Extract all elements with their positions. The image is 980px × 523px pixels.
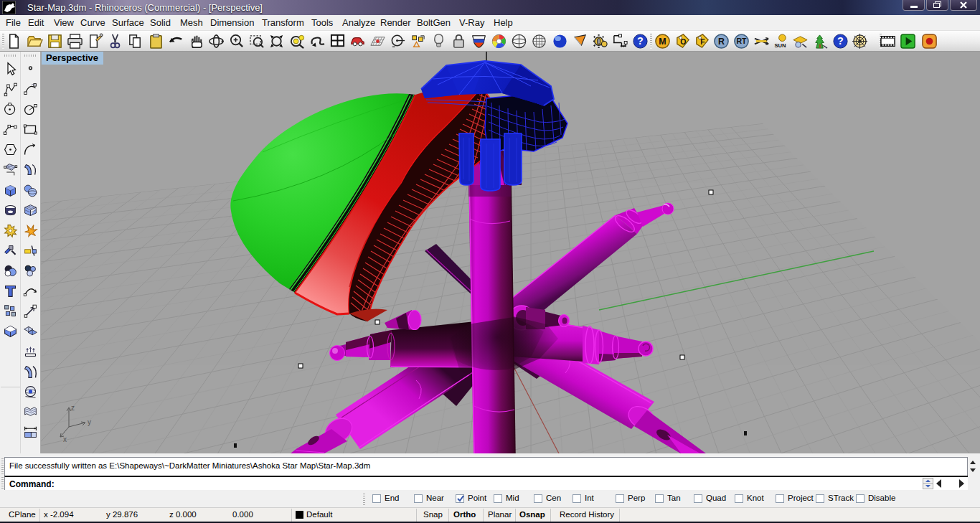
svg-text:RT: RT	[736, 37, 747, 45]
svg-text:O: O	[680, 37, 686, 46]
svg-text:SUN: SUN	[774, 42, 786, 49]
svg-text:F: F	[700, 37, 705, 46]
svg-text:x: x	[63, 435, 67, 443]
svg-text:y: y	[88, 418, 91, 426]
svg-text:z: z	[71, 404, 75, 412]
svg-text:?: ?	[837, 35, 844, 47]
svg-text:M: M	[659, 37, 666, 47]
svg-text:R: R	[718, 37, 725, 47]
svg-text:?: ?	[637, 35, 644, 47]
